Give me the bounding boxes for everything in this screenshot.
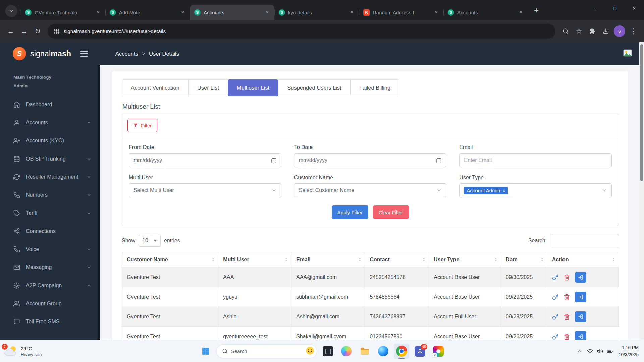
chrome-button[interactable] <box>394 344 409 359</box>
forward-button[interactable]: → <box>17 24 31 38</box>
browser-tab[interactable]: S Accounts × <box>443 5 528 20</box>
maximize-button[interactable]: □ <box>605 0 625 16</box>
column-header-contact[interactable]: Contact <box>365 252 429 267</box>
column-header-user-type[interactable]: User Type <box>429 252 501 267</box>
trash-icon[interactable] <box>564 274 570 281</box>
sidebar-item-connections[interactable]: Connections <box>0 222 100 240</box>
key-icon[interactable] <box>552 274 558 281</box>
remove-tag-icon[interactable]: x <box>503 188 505 193</box>
sidebar-item-dashboard[interactable]: Dashboard <box>0 96 100 114</box>
scrollbar-thumb[interactable] <box>640 44 643 181</box>
login-button[interactable] <box>575 311 586 322</box>
browser-menu-button[interactable]: ⋮ <box>627 24 640 38</box>
task-view-button[interactable] <box>320 344 335 359</box>
browser-tab-active[interactable]: S Accounts × <box>190 5 274 20</box>
user-type-multiselect[interactable]: Account Admin x <box>459 183 612 197</box>
multi-user-select[interactable]: Select Multi User <box>129 183 281 197</box>
sidebar-item-reseller-management[interactable]: Reseller Management <box>0 168 100 186</box>
site-settings-icon[interactable] <box>54 28 59 34</box>
calendar-icon[interactable] <box>436 158 442 163</box>
sidebar-item-accounts-kyc[interactable]: Accounts (KYC) <box>0 132 100 150</box>
wifi-icon[interactable] <box>585 346 595 357</box>
trash-icon[interactable] <box>564 314 570 320</box>
breadcrumb-accounts[interactable]: Accounts <box>115 51 138 57</box>
email-input[interactable] <box>459 153 612 167</box>
battery-icon[interactable] <box>605 346 615 357</box>
sidebar-item-ob-sip-trunking[interactable]: OB SIP Trunking <box>0 150 100 168</box>
column-header-customer-name[interactable]: Customer Name <box>122 252 218 267</box>
file-explorer-button[interactable] <box>357 344 372 359</box>
key-icon[interactable] <box>552 334 558 340</box>
sidebar-item-accounts[interactable]: Accounts <box>0 114 100 132</box>
copilot-button[interactable] <box>338 344 354 359</box>
close-button[interactable]: × <box>625 0 644 16</box>
downloads-button[interactable] <box>599 24 612 38</box>
url-bar[interactable]: signalmash.gventure.info/#/user/user-det… <box>48 24 555 39</box>
sidebar-item-voice[interactable]: Voice <box>0 240 100 258</box>
login-button[interactable] <box>575 331 586 340</box>
sidebar-item-numbers[interactable]: Numbers <box>0 186 100 204</box>
customer-name-select[interactable]: Select Customer Name <box>294 183 447 197</box>
from-date-input[interactable]: mm/dd/yyyy <box>129 153 281 167</box>
search-icon-button[interactable] <box>559 24 572 38</box>
trash-icon[interactable] <box>564 294 570 300</box>
back-button[interactable]: ← <box>4 24 17 38</box>
trash-icon[interactable] <box>564 334 570 340</box>
tab-close-icon[interactable]: × <box>517 9 525 16</box>
tab-user-list[interactable]: User List <box>188 79 228 96</box>
browser-tab[interactable]: R Random Address I × <box>359 5 443 20</box>
tab-multiuser-list[interactable]: Multiuser List <box>228 79 278 96</box>
volume-icon[interactable] <box>595 346 605 357</box>
reload-button[interactable]: ↻ <box>31 24 44 38</box>
bookmark-star-button[interactable]: ☆ <box>572 24 586 38</box>
login-button[interactable] <box>575 272 586 283</box>
browser-tab[interactable]: S Add Note × <box>105 5 190 20</box>
teams-button[interactable]: 45 <box>412 344 428 359</box>
minimize-button[interactable]: – <box>586 0 605 16</box>
calendar-icon[interactable] <box>271 158 277 163</box>
apply-filter-button[interactable]: Apply Filter <box>332 205 368 219</box>
tab-failed-billing[interactable]: Failed Billing <box>350 79 400 96</box>
key-icon[interactable] <box>552 294 558 300</box>
tab-account-verification[interactable]: Account Verification <box>122 79 189 96</box>
tab-search-button[interactable] <box>5 5 17 17</box>
clear-filter-button[interactable]: Clear Filter <box>373 205 409 219</box>
to-date-input[interactable]: mm/dd/yyyy <box>294 153 447 167</box>
tab-close-icon[interactable]: × <box>264 9 271 16</box>
bing-daily-icon <box>305 346 315 356</box>
column-header-date[interactable]: Date <box>501 252 547 267</box>
column-header-multi-user[interactable]: Multi User <box>218 252 291 267</box>
edge-button[interactable] <box>375 344 391 359</box>
browser-tab[interactable]: S GVenture Technolo × <box>21 5 105 20</box>
page-scrollbar[interactable] <box>639 42 644 340</box>
tab-close-icon[interactable]: × <box>179 9 186 16</box>
tab-close-icon[interactable]: × <box>433 9 440 16</box>
page-size-select[interactable]: 10 <box>139 235 161 247</box>
new-tab-button[interactable]: + <box>531 5 541 15</box>
hidden-icons-button[interactable] <box>575 346 585 357</box>
sidebar-item-account-group[interactable]: Account Group <box>0 295 100 313</box>
sidebar-item-messaging[interactable]: Messaging <box>0 258 100 277</box>
extensions-button[interactable] <box>586 24 599 38</box>
start-button[interactable] <box>198 344 213 359</box>
sidebar-item-toll-free-sms[interactable]: Toll Free SMS <box>0 313 100 331</box>
filter-toggle-button[interactable]: Filter <box>127 119 157 132</box>
sidebar-item-a2p-campaign[interactable]: A2P Campaign <box>0 277 100 295</box>
taskbar-search[interactable]: Search <box>216 344 317 358</box>
table-search-input[interactable] <box>550 234 619 247</box>
sidebar-toggle-button[interactable] <box>80 51 88 57</box>
browser-tab[interactable]: S kyc-details × <box>274 5 359 20</box>
column-header-action[interactable]: Action <box>547 252 619 267</box>
profile-avatar[interactable]: v <box>614 25 625 37</box>
key-icon[interactable] <box>552 314 558 320</box>
tab-close-icon[interactable]: × <box>348 9 356 16</box>
login-button[interactable] <box>575 292 586 302</box>
weather-widget[interactable]: 7 29°C Heavy rain <box>4 345 42 357</box>
sidebar-item-tariff[interactable]: Tariff <box>0 204 100 222</box>
header-image-icon[interactable] <box>623 49 632 58</box>
tab-close-icon[interactable]: × <box>95 9 102 16</box>
photos-button[interactable]: ↗ <box>431 344 446 359</box>
tab-suspended-users-list[interactable]: Suspended Users List <box>278 79 350 96</box>
column-header-email[interactable]: Email <box>291 252 365 267</box>
taskbar-clock[interactable]: 1:16 PM 10/3/2025 <box>619 344 639 358</box>
